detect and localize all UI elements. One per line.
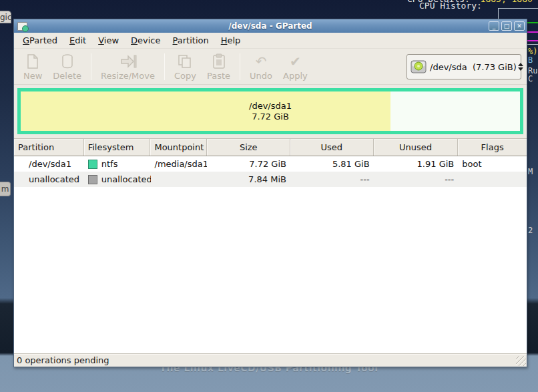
device-selector[interactable]: /dev/sda (7.73 GiB) <box>407 54 521 79</box>
column-header-filesystem[interactable]: Filesystem <box>84 139 151 156</box>
desktop: CPU Details: 1885, 1880 CPU History: %) … <box>0 0 538 392</box>
resize-move-icon <box>119 53 137 70</box>
device-selector-value: /dev/sda (7.73 GiB) <box>430 62 517 72</box>
cell-mountpoint <box>151 172 208 187</box>
conky-cpu-history-label: CPU History: <box>419 1 482 11</box>
partition-bar-name: /dev/sda1 <box>21 100 520 111</box>
menu-view[interactable]: View <box>92 33 125 47</box>
close-button[interactable]: ✕ <box>514 21 525 31</box>
background-window-tab-m[interactable]: m <box>0 182 11 196</box>
conky-fragment: M <box>528 167 533 176</box>
toolbar-separator <box>164 53 165 80</box>
graph-trace-magenta-2 <box>527 40 538 41</box>
apply-checkmark-icon: ✔ <box>290 53 301 70</box>
column-header-used[interactable]: Used <box>290 139 374 156</box>
toolbar: New Delete Resize/Move Copy <box>14 49 527 85</box>
column-header-unused[interactable]: Unused <box>374 139 459 156</box>
tab-label: m <box>1 184 9 194</box>
column-header-partition[interactable]: Partition <box>14 139 84 156</box>
undo-icon: ↶ <box>256 53 267 70</box>
cell-size: 7.84 MiB <box>207 172 290 187</box>
toolbar-separator <box>240 53 240 80</box>
graph-trace-magenta-1 <box>527 31 538 33</box>
partition-visual-panel: /dev/sda1 7.72 GiB <box>14 85 527 138</box>
column-header-mountpoint[interactable]: Mountpoint <box>150 139 207 156</box>
conky-fragment: C <box>528 74 533 83</box>
menu-gparted[interactable]: GParted <box>17 33 63 47</box>
conky-fragment: B <box>528 55 533 65</box>
copy-icon <box>177 53 193 70</box>
cell-filesystem: ntfs <box>84 156 151 172</box>
delete-button[interactable]: Delete <box>47 51 87 82</box>
conky-fragment: 2 <box>528 226 533 235</box>
cell-partition: unallocated <box>14 172 84 187</box>
filesystem-color-swatch <box>88 160 97 169</box>
pending-operations-text: 0 operations pending <box>17 355 109 365</box>
toolbar-separator <box>91 53 91 80</box>
menu-device[interactable]: Device <box>125 33 166 47</box>
new-partition-icon <box>25 53 40 70</box>
conky-fragment: %) <box>528 47 537 56</box>
column-header-flags[interactable]: Flags <box>458 139 527 156</box>
minimize-button[interactable]: _ <box>489 21 499 31</box>
new-button[interactable]: New <box>18 51 47 82</box>
resize-move-button[interactable]: Resize/Move <box>95 51 160 82</box>
new-label: New <box>23 71 42 81</box>
menu-partition[interactable]: Partition <box>167 33 215 47</box>
graph-trace-green <box>527 22 538 23</box>
filesystem-name: ntfs <box>101 159 118 169</box>
apply-label: Apply <box>283 71 308 81</box>
partition-bar-label: /dev/sda1 7.72 GiB <box>21 100 520 122</box>
background-window-tab-gic[interactable]: gic <box>0 11 11 23</box>
combo-spinner-icon <box>517 63 525 71</box>
column-header-size[interactable]: Size <box>207 139 290 156</box>
partition-table: Partition Filesystem Mountpoint Size Use… <box>14 138 527 353</box>
table-header: Partition Filesystem Mountpoint Size Use… <box>14 139 527 156</box>
resize-move-label: Resize/Move <box>101 71 155 81</box>
apply-button[interactable]: ✔ Apply <box>278 51 313 82</box>
titlebar[interactable]: /dev/sda - GParted _ □ ✕ <box>14 19 527 33</box>
cell-unused: 1.91 GiB <box>374 156 459 172</box>
resize-grip[interactable] <box>516 356 526 366</box>
statusbar: 0 operations pending <box>14 353 527 367</box>
cell-mountpoint: /media/sda1 <box>151 156 208 172</box>
partition-bar-size: 7.72 GiB <box>21 112 520 122</box>
filesystem-name: unallocated <box>101 174 151 184</box>
copy-label: Copy <box>174 71 196 81</box>
cell-used: --- <box>290 172 374 187</box>
paste-icon <box>212 53 226 70</box>
cell-unused: --- <box>374 172 459 187</box>
cell-filesystem: unallocated <box>84 172 151 187</box>
undo-button[interactable]: ↶ Undo <box>244 51 278 82</box>
menu-edit[interactable]: Edit <box>63 33 92 47</box>
tab-label: gic <box>0 13 11 22</box>
table-row[interactable]: unallocated unallocated 7.84 MiB --- --- <box>14 172 527 187</box>
paste-button[interactable]: Paste <box>202 51 236 82</box>
delete-label: Delete <box>53 71 81 81</box>
cell-flags <box>458 172 527 187</box>
cell-used: 5.81 GiB <box>290 156 374 172</box>
copy-button[interactable]: Copy <box>169 51 202 82</box>
cell-flags: boot <box>458 156 527 172</box>
cell-size: 7.72 GiB <box>207 156 290 172</box>
maximize-button[interactable]: □ <box>501 21 512 31</box>
paste-label: Paste <box>207 71 230 81</box>
partition-visual-bar[interactable]: /dev/sda1 7.72 GiB <box>17 88 523 134</box>
hard-disk-icon <box>411 60 427 73</box>
menubar: GParted Edit View Device Partition Help <box>14 33 527 49</box>
gparted-window: /dev/sda - GParted _ □ ✕ GParted Edit Vi… <box>13 19 527 367</box>
table-row[interactable]: /dev/sda1 ntfs /media/sda1 7.72 GiB 5.81… <box>14 156 527 172</box>
undo-label: Undo <box>250 71 272 81</box>
filesystem-color-swatch <box>88 175 97 184</box>
menu-help[interactable]: Help <box>215 33 247 47</box>
cell-partition: /dev/sda1 <box>14 156 84 172</box>
window-title: /dev/sda - GParted <box>14 21 527 31</box>
delete-partition-icon <box>60 53 75 70</box>
